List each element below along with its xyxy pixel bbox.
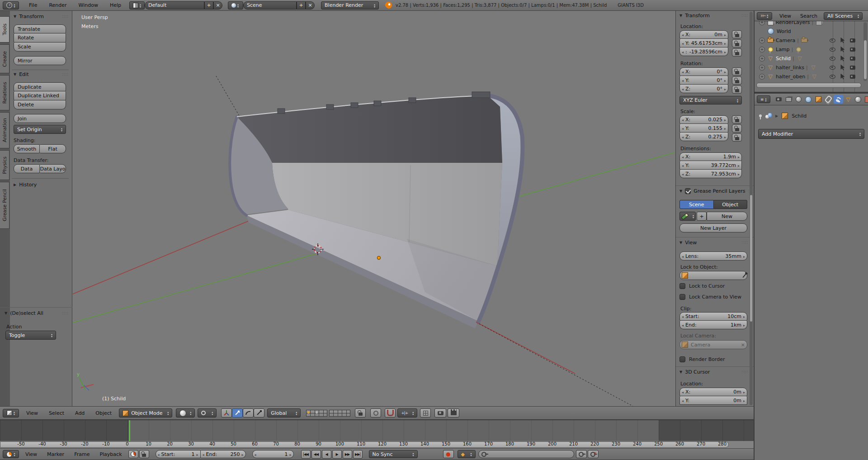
opengl-render-anim-button[interactable] (448, 408, 459, 417)
lock-camera-checkbox[interactable] (679, 294, 685, 300)
autokey-button[interactable] (128, 450, 138, 458)
lock-rotation-y-button[interactable] (732, 76, 742, 85)
scene-icon-button[interactable] (228, 1, 243, 9)
delete-keyframe-button[interactable]: × (588, 450, 599, 458)
lock-rotation-z-button[interactable] (732, 85, 742, 94)
action-select[interactable]: Toggle (5, 331, 56, 340)
expand-icon[interactable]: + (759, 65, 765, 71)
panel-header-deselect-all[interactable]: ▼(De)select All:::: (5, 310, 69, 316)
menu-outliner-view[interactable]: View (779, 13, 791, 19)
expand-icon[interactable]: + (759, 21, 765, 25)
menu-help[interactable]: Help (110, 2, 121, 8)
tab-object-data[interactable]: ▽ (844, 95, 853, 104)
editor-type-info-button[interactable]: i (3, 1, 19, 9)
tab-scene[interactable]: Scene (679, 200, 714, 209)
set-origin-menu[interactable]: Set Origin (14, 125, 66, 134)
close-scene-button[interactable]: × (306, 1, 315, 9)
tab-object[interactable]: Object (714, 200, 748, 209)
pivot-point-select[interactable] (198, 408, 217, 417)
panel-header-transform[interactable]: ▼Transform:::: (14, 14, 69, 19)
panel-grip[interactable]: :::: (62, 72, 69, 76)
visibility-toggle[interactable] (830, 66, 835, 70)
shelf-tab-tools[interactable]: Tools (0, 16, 9, 43)
shelf-tab-physics[interactable]: Physics (0, 150, 9, 180)
lock-to-cursor-row[interactable]: Lock to Cursor (679, 283, 725, 289)
field-dim-z[interactable]: Z:72.953cm (679, 170, 742, 178)
playback-button[interactable]: ▶ (332, 450, 342, 459)
tab-object[interactable] (814, 95, 823, 104)
sync-select[interactable]: No Sync (369, 450, 418, 458)
frame-start-field[interactable]: Start:1 (156, 450, 201, 458)
lock-scale-z-button[interactable] (732, 133, 742, 142)
manipulator-axis-button[interactable] (221, 408, 232, 417)
outliner-v-scrollbar[interactable] (863, 22, 867, 81)
timeline-ruler[interactable]: -50-40-30-20-100102030405060708090100110… (0, 441, 754, 448)
local-camera-field[interactable]: Camera × (679, 340, 747, 349)
field-clip-end[interactable]: End:1km (679, 321, 747, 329)
grease-new-button[interactable]: New (707, 212, 747, 221)
mode-select[interactable]: Object Mode (119, 408, 172, 417)
outliner-filter-select[interactable]: All Scenes (824, 12, 863, 20)
visibility-toggle[interactable] (830, 47, 835, 52)
field-lens[interactable]: Lens:35mm (679, 251, 747, 261)
menu-frame[interactable]: Frame (74, 451, 90, 457)
outliner-h-scrollbar[interactable] (756, 83, 861, 88)
panel-header-3d-cursor[interactable]: ▼3D Cursor:::: (679, 369, 748, 375)
proportional-edit-button[interactable] (370, 408, 381, 417)
menu-playback[interactable]: Playback (99, 451, 122, 457)
field-cursor-x[interactable]: X:0m (679, 388, 747, 396)
clear-icon[interactable]: × (741, 342, 745, 348)
playback-button[interactable]: ▶▶ (343, 450, 352, 459)
grease-new-plus-button[interactable]: + (697, 212, 707, 221)
scene-field[interactable]: Scene (243, 1, 297, 9)
field-scale-x[interactable]: X:0.025 (679, 115, 728, 124)
field-location-y[interactable]: Y:45.61753cm (679, 39, 728, 47)
tab-material[interactable] (854, 95, 863, 104)
shelf-tab-relations[interactable]: Relations (0, 75, 9, 110)
tab-modifiers[interactable] (834, 95, 843, 104)
scrollbar-thumb[interactable] (750, 195, 752, 322)
menu-marker[interactable]: Marker (47, 451, 64, 457)
tab-texture[interactable] (863, 95, 868, 104)
field-dim-y[interactable]: Y:39.772cm (679, 161, 742, 170)
menu-view[interactable]: View (26, 410, 38, 416)
layers-widget-group1[interactable] (306, 410, 327, 417)
manipulator-rotate-button[interactable] (243, 408, 254, 417)
add-layout-button[interactable]: + (204, 1, 213, 9)
add-scene-button[interactable]: + (297, 1, 306, 9)
render-border-checkbox[interactable] (679, 356, 685, 362)
field-dim-x[interactable]: X:1.9m (679, 152, 742, 161)
menu-render[interactable]: Render (49, 2, 66, 8)
scene-lock-button[interactable] (355, 408, 366, 417)
field-scale-y[interactable]: Y:0.155 (679, 124, 728, 133)
playback-button[interactable]: |◀◀ (301, 450, 311, 459)
viewport-3d[interactable]: User Persp Meters y (1) Schild (72, 11, 675, 406)
panel-grip[interactable]: :::: (741, 14, 748, 18)
active-keying-set-field[interactable] (478, 450, 574, 458)
screen-layout-field[interactable]: Default (145, 1, 204, 9)
selectability-toggle[interactable] (840, 47, 845, 52)
lock-location-y-button[interactable] (732, 39, 742, 47)
opengl-render-button[interactable] (434, 408, 446, 417)
join-button[interactable]: Join (14, 114, 66, 123)
menu-outliner-search[interactable]: Search (800, 13, 817, 19)
outliner-row-camera[interactable]: + Camera | (759, 36, 831, 45)
lock-location-x-button[interactable] (732, 30, 742, 38)
lock-camera-row[interactable]: Lock Camera to View (679, 294, 741, 300)
selectability-toggle[interactable] (840, 38, 845, 43)
delete-button[interactable]: Delete (14, 100, 66, 109)
panel-grip[interactable]: :::: (741, 370, 748, 374)
outliner-row-renderlayers[interactable]: + RenderLayers | (759, 21, 864, 27)
duplicate-linked-button[interactable]: Duplicate Linked (14, 91, 66, 100)
snap-element-select[interactable]: +|+ (397, 408, 417, 417)
panel-header-grease-pencil[interactable]: ▼ Grease Pencil Layers:::: (679, 188, 750, 194)
shelf-tab-animation[interactable]: Animation (0, 112, 9, 148)
screen-layout-icon-button[interactable] (129, 1, 145, 9)
lock-rotation-x-button[interactable] (732, 67, 742, 76)
current-frame-field[interactable]: 1 (252, 450, 294, 458)
shade-flat-button[interactable]: Flat (40, 144, 66, 153)
editor-type-outliner-button[interactable]: ⊦⊢ (757, 12, 772, 20)
keying-set-select[interactable]: ◆ (458, 450, 476, 458)
editor-type-properties-button[interactable]: ≡ (757, 95, 770, 103)
visibility-toggle[interactable] (830, 57, 835, 61)
